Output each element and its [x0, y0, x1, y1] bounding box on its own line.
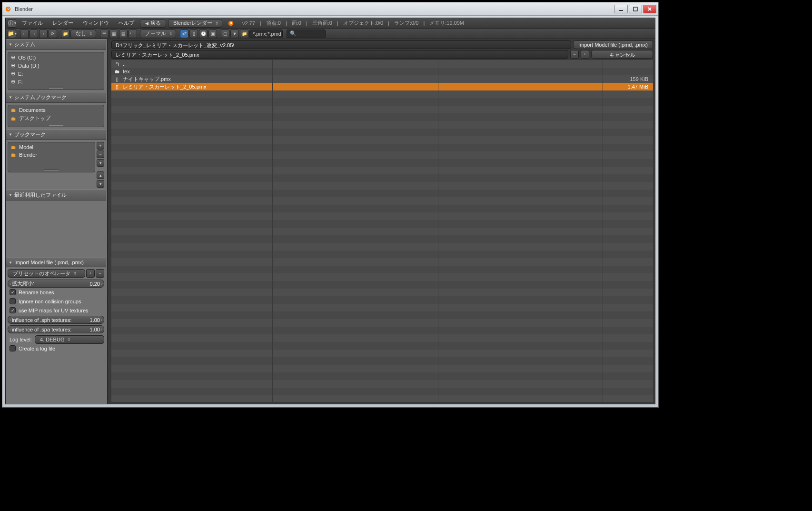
status-memory: メモリ:19.09M	[429, 20, 464, 27]
file-size: 159 KiB	[630, 76, 650, 82]
loglevel-select[interactable]: 4. DEBUG	[35, 335, 104, 344]
file-row[interactable]: ▯ナイトキャップ.pmx159 KiB	[111, 75, 653, 83]
empty-row	[111, 90, 653, 98]
volume-item[interactable]: ⊖OS (C:)	[8, 53, 104, 61]
show-hidden-icon[interactable]: ▢	[221, 30, 229, 38]
sort-ext-icon[interactable]: ▯	[189, 30, 198, 38]
volume-item[interactable]: ⊖F:	[8, 78, 104, 86]
sort-time-icon[interactable]: 🕓	[199, 30, 208, 38]
cancel-button[interactable]: キャンセル	[591, 50, 653, 59]
increment-button[interactable]: +	[581, 50, 589, 59]
menu-render[interactable]: レンダー	[49, 19, 77, 28]
preset-add-button[interactable]: +	[86, 269, 95, 278]
panel-recent-header[interactable]: ▼最近利用したファイル	[6, 190, 106, 200]
system-volumes-list: ⊖OS (C:) ⊖Data (D:) ⊖E: ⊖F:	[8, 52, 104, 90]
svg-rect-4	[634, 7, 637, 11]
minimize-button[interactable]	[614, 5, 628, 13]
svg-point-2	[8, 8, 9, 9]
file-row[interactable]: ▯レミリア・スカーレット_2_05.pmx1.47 MiB	[111, 83, 653, 90]
mipmap-checkbox[interactable]: ✓use MIP maps for UV textures	[8, 306, 104, 315]
empty-row	[111, 205, 653, 212]
menu-window[interactable]: ウィンドウ	[79, 19, 113, 28]
parent-dir-icon: ↰	[114, 61, 120, 67]
volume-item[interactable]: ⊖Data (D:)	[8, 61, 104, 70]
empty-row	[111, 372, 653, 380]
displaymode-thumb-icon[interactable]: ▤	[119, 30, 128, 38]
preset-select[interactable]: プリセットのオペレータ	[8, 269, 85, 278]
disk-icon: ⊖	[11, 70, 15, 77]
panel-import-header[interactable]: ▼Import Model file (.pmd, .pmx)	[6, 258, 106, 267]
bookmark-item[interactable]: 🖿Documents	[8, 106, 104, 114]
sph-influence-field[interactable]: influence of .sph textures:1.00	[8, 316, 104, 324]
nav-forward-icon[interactable]: →	[30, 30, 38, 38]
empty-row	[111, 228, 653, 235]
directory-path-input[interactable]: D:\フリック_レミリア・スカーレット_改変_v2.05\	[111, 40, 571, 49]
search-field[interactable]: 🔍	[287, 30, 326, 38]
maximize-button[interactable]	[629, 5, 642, 13]
sort-size-icon[interactable]: ▣	[208, 30, 217, 38]
back-button[interactable]: ◀戻る	[140, 19, 166, 28]
bookmark-menu-button[interactable]: ▾	[97, 159, 104, 167]
info-editor-icon[interactable]: ⓘ▾	[8, 19, 16, 28]
decrement-button[interactable]: −	[570, 50, 579, 59]
bookmark-item[interactable]: 🖿デスクトップ	[8, 114, 104, 123]
empty-row	[111, 365, 653, 372]
preset-remove-button[interactable]: −	[96, 269, 104, 278]
render-engine-select[interactable]: Blenderレンダー	[168, 19, 222, 28]
empty-row	[111, 243, 653, 250]
volume-item[interactable]: ⊖E:	[8, 70, 104, 78]
empty-row	[111, 250, 653, 258]
file-name: ナイトキャップ.pmx	[123, 76, 171, 83]
bookmark-item[interactable]: 🖿Blender	[8, 151, 95, 159]
displaysize-select[interactable]: ノーマル	[140, 30, 176, 38]
empty-row	[111, 395, 653, 402]
bookmark-remove-button[interactable]: −	[97, 150, 104, 158]
bookmark-item[interactable]: 🖿Model	[8, 143, 95, 151]
nav-back-icon[interactable]: ←	[20, 30, 29, 38]
filebrowser-editor-icon[interactable]: 📁▾	[8, 30, 16, 38]
filter-toggle-icon[interactable]: ▼	[230, 30, 239, 38]
menu-help[interactable]: ヘルプ	[115, 19, 138, 28]
file-list[interactable]: ↰..🖿tex▯ナイトキャップ.pmx159 KiB▯レミリア・スカーレット_2…	[111, 60, 653, 402]
filebrowser-header: 📁▾ ← → ↑ ⟳ 📁 なし ☰ ▦ ▤ ⋮⋮ ノーマル aZ ▯ 🕓 ▣ ▢…	[6, 29, 655, 39]
menu-file[interactable]: ファイル	[18, 19, 47, 28]
resize-grip[interactable]	[49, 124, 63, 126]
panel-bookmark-header[interactable]: ▼ブックマーク	[6, 129, 106, 140]
resize-grip[interactable]	[44, 169, 59, 171]
ignore-collision-checkbox[interactable]: Ignore non collision groups	[8, 297, 104, 306]
filter-folder-icon[interactable]: 📁	[240, 30, 248, 38]
blender-icon	[4, 5, 12, 13]
panel-system-header[interactable]: ▼システム	[6, 39, 106, 50]
recursion-select[interactable]: なし	[70, 30, 96, 38]
file-row[interactable]: ↰..	[111, 60, 653, 68]
import-execute-button[interactable]: Import Model file (.pmd, .pmx)	[573, 40, 653, 49]
nav-refresh-icon[interactable]: ⟳	[49, 30, 57, 38]
bookmark-movedown-button[interactable]: ▾	[97, 180, 104, 188]
nav-up-icon[interactable]: ↑	[39, 30, 48, 38]
filename-input[interactable]: レミリア・スカーレット_2_05.pmx	[111, 50, 568, 59]
new-folder-icon[interactable]: 📁	[61, 30, 69, 38]
file-size: 1.47 MiB	[628, 84, 650, 90]
scale-field[interactable]: 拡大縮小:0.20	[8, 280, 104, 288]
panel-sysbookmark-header[interactable]: ▼システムブックマーク	[6, 92, 106, 103]
displaymode-long-icon[interactable]: ⋮⋮	[129, 30, 137, 38]
file-icon: ▯	[114, 84, 120, 90]
close-button[interactable]	[643, 5, 656, 13]
bookmark-add-button[interactable]: +	[97, 142, 104, 150]
titlebar[interactable]: Blender	[2, 2, 658, 16]
resize-grip[interactable]	[49, 87, 63, 89]
empty-row	[111, 289, 653, 296]
main-area: ▼システム ⊖OS (C:) ⊖Data (D:) ⊖E: ⊖F: ▼システムブ…	[6, 39, 655, 404]
status-version: v2.77	[242, 20, 255, 26]
displaymode-short-icon[interactable]: ▦	[109, 30, 118, 38]
sort-alpha-icon[interactable]: aZ	[180, 30, 188, 38]
spa-influence-field[interactable]: influence of .spa textures:1.00	[8, 325, 104, 333]
file-row[interactable]: 🖿tex	[111, 68, 653, 75]
bookmark-moveup-button[interactable]: ▴	[97, 171, 104, 179]
empty-row	[111, 327, 653, 334]
file-name: レミリア・スカーレット_2_05.pmx	[123, 83, 206, 90]
create-logfile-checkbox[interactable]: Create a log file	[8, 344, 104, 353]
rename-bones-checkbox[interactable]: ✓Rename bones	[8, 288, 104, 297]
displaymode-list-icon[interactable]: ☰	[100, 30, 109, 38]
filter-glob-field[interactable]: *.pmx;*.pmd	[249, 30, 283, 38]
